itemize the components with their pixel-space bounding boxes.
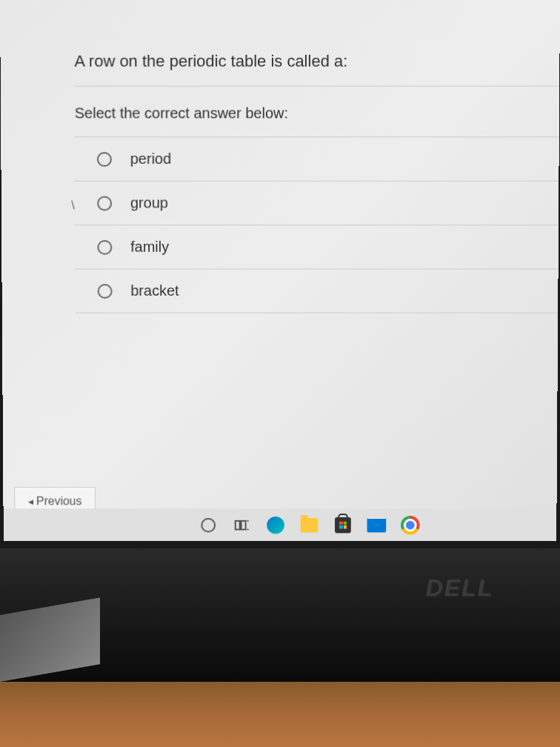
dell-logo: DELL [425,574,493,602]
radio-icon [97,152,112,167]
option-group[interactable]: group [75,182,559,225]
svg-rect-1 [241,520,246,529]
option-bracket[interactable]: bracket [76,269,559,313]
option-label: family [130,239,169,256]
file-explorer-icon[interactable] [299,515,320,535]
radio-icon [98,284,113,299]
mail-icon[interactable] [367,515,387,535]
radio-icon [97,239,112,254]
laptop-screen: A row on the periodic table is called a:… [0,0,560,541]
previous-label: Previous [36,495,82,508]
option-label: period [130,150,171,167]
question-text: A row on the periodic table is called a: [74,44,559,87]
chrome-icon[interactable] [400,515,421,535]
cortana-icon[interactable] [198,515,219,535]
option-label: group [130,195,168,212]
quiz-container: A row on the periodic table is called a:… [0,0,560,403]
svg-rect-0 [236,520,240,529]
option-label: bracket [130,282,179,299]
stray-backslash: \ [71,199,75,213]
option-family[interactable]: family [75,225,559,269]
desk-surface [0,682,560,747]
microsoft-store-icon[interactable] [333,515,353,535]
instruction-text: Select the correct answer below: [75,87,560,138]
task-view-icon[interactable] [232,515,253,535]
caret-left-icon: ◂ [28,496,33,508]
option-period[interactable]: period [75,137,559,182]
windows-taskbar [4,508,557,541]
radio-icon [97,196,112,210]
edge-icon[interactable] [265,515,286,535]
